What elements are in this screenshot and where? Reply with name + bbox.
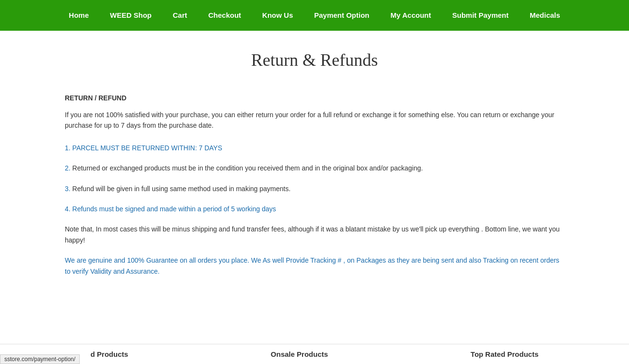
guarantee-text: We are genuine and 100% Guarantee on all… — [65, 255, 564, 277]
list-text-1: PARCEL MUST BE RETURNED WITHIN: 7 DAYS — [73, 144, 222, 152]
nav-item-medicals[interactable]: Medicals — [519, 0, 570, 31]
nav-link-my-account[interactable]: My Account — [380, 0, 441, 31]
section-heading: RETURN / REFUND — [65, 94, 564, 102]
nav-item-weed-shop[interactable]: WEED Shop — [99, 0, 162, 31]
list-text-3: Refund will be given in full using same … — [73, 185, 290, 193]
list-text-4: Refunds must be signed and made within a… — [73, 205, 276, 213]
nav-item-home[interactable]: Home — [58, 0, 99, 31]
list-item-4: 4. Refunds must be signed and made withi… — [65, 204, 564, 214]
page-title: Return & Refunds — [65, 50, 564, 70]
list-number-2: 2. — [65, 164, 71, 172]
nav-item-my-account[interactable]: My Account — [380, 0, 441, 31]
list-number-4: 4. — [65, 205, 71, 213]
intro-text: If you are not 100% satisfied with your … — [65, 109, 564, 131]
nav-item-checkout[interactable]: Checkout — [198, 0, 252, 31]
nav-link-payment-option[interactable]: Payment Option — [303, 0, 380, 31]
nav-link-know-us[interactable]: Know Us — [252, 0, 303, 31]
list-item-2: 2. Returned or exchanged products must b… — [65, 163, 564, 173]
main-nav: Home WEED Shop Cart Checkout Know Us Pay… — [0, 0, 629, 31]
nav-link-cart[interactable]: Cart — [162, 0, 198, 31]
nav-link-submit-payment[interactable]: Submit Payment — [442, 0, 520, 31]
nav-item-cart[interactable]: Cart — [162, 0, 198, 31]
nav-link-medicals[interactable]: Medicals — [519, 0, 570, 31]
main-content: Return & Refunds RETURN / REFUND If you … — [26, 31, 603, 315]
list-number-3: 3. — [65, 185, 71, 193]
nav-link-weed-shop[interactable]: WEED Shop — [99, 0, 162, 31]
nav-link-checkout[interactable]: Checkout — [198, 0, 252, 31]
list-number-1: 1. — [65, 144, 71, 152]
list-item-3: 3. Refund will be given in full using sa… — [65, 183, 564, 194]
nav-item-payment-option[interactable]: Payment Option — [303, 0, 380, 31]
list-text-2: Returned or exchanged products must be i… — [73, 164, 423, 172]
list-item-1: 1. PARCEL MUST BE RETURNED WITHIN: 7 DAY… — [65, 143, 564, 153]
nav-item-submit-payment[interactable]: Submit Payment — [442, 0, 520, 31]
note-text: Note that, In most cases this will be mi… — [65, 224, 564, 245]
nav-link-home[interactable]: Home — [58, 0, 99, 31]
nav-item-know-us[interactable]: Know Us — [252, 0, 303, 31]
